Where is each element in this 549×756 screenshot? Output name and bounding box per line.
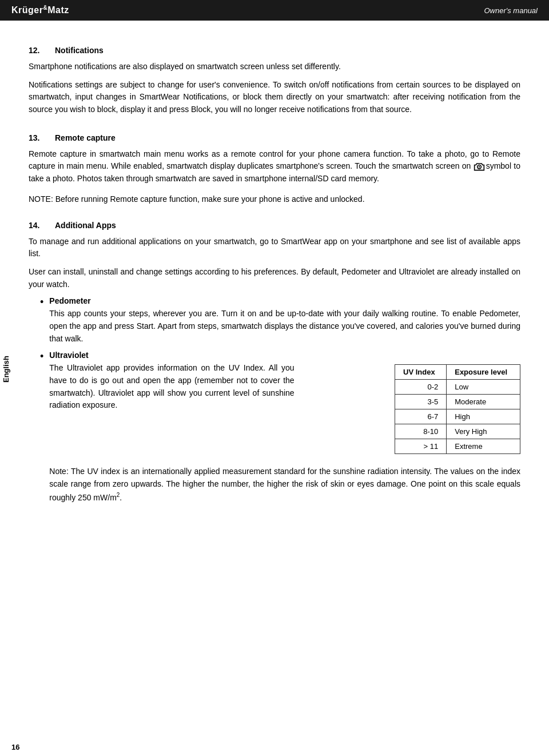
table-row: 0-2 Low	[395, 380, 520, 395]
section-12-title: Notifications	[55, 46, 104, 55]
bullet-pedometer-item: • Pedometer This app counts your steps, …	[40, 296, 520, 345]
section-14-title: Additional Apps	[55, 221, 116, 230]
uv-exp-3: High	[447, 409, 520, 424]
uv-note-wrapper: Note: The UV index is an internationally…	[49, 460, 520, 504]
ultraviolet-title: Ultraviolet	[49, 351, 520, 360]
manual-title: Owner's manual	[484, 6, 538, 15]
uv-section: UV Index Exposure level 0-2 Low	[49, 362, 520, 510]
pedometer-content: This app counts your steps, wherever you…	[49, 308, 520, 345]
page-footer: 16	[0, 738, 549, 756]
bullet-dot-pedometer: •	[40, 296, 43, 309]
table-row: > 11 Extreme	[395, 439, 520, 454]
section-13-note: NOTE: Before running Remote capture func…	[29, 193, 520, 206]
brand-logo: Krüger&Matz	[11, 5, 69, 15]
superscript-2: 2	[117, 492, 120, 498]
section-12-para-2: Notifications settings are subject to ch…	[29, 79, 520, 116]
uv-table-wrapper: UV Index Exposure level 0-2 Low	[395, 364, 520, 454]
table-row: 3-5 Moderate	[395, 395, 520, 409]
uv-val-5: > 11	[395, 439, 447, 454]
section-13-para-1: Remote capture in smartwatch main menu w…	[29, 148, 520, 185]
uv-exp-2: Moderate	[447, 395, 520, 409]
uv-val-1: 0-2	[395, 380, 447, 395]
section-14-intro-1: To manage and run additional application…	[29, 236, 520, 260]
section-12-number: 12.	[29, 46, 46, 55]
ultraviolet-left-text: The Ultraviolet app provides information…	[49, 362, 294, 417]
page-header: Krüger&Matz Owner's manual	[0, 0, 549, 21]
uv-note: Note: The UV index is an internationally…	[49, 465, 520, 504]
section-13-heading: 13. Remote capture	[29, 133, 520, 142]
section-14-number: 14.	[29, 221, 46, 230]
section-14-intro-2: User can install, uninstall and change s…	[29, 266, 520, 291]
table-row: 6-7 High	[395, 409, 520, 424]
page-number: 16	[11, 743, 19, 751]
uv-col-exposure: Exposure level	[447, 365, 520, 380]
bullet-ultraviolet: • Ultraviolet UV Index Exposure level	[40, 351, 520, 510]
uv-val-4: 8-10	[395, 424, 447, 439]
table-row: 8-10 Very High	[395, 424, 520, 439]
main-content: 12. Notifications Smartphone notificatio…	[0, 21, 549, 532]
section-13-title: Remote capture	[55, 133, 116, 142]
uv-exp-5: Extreme	[447, 439, 520, 454]
bullet-pedometer: • Pedometer This app counts your steps, …	[40, 296, 520, 345]
svg-point-1	[478, 166, 480, 168]
pedometer-title: Pedometer	[49, 296, 520, 305]
uv-table: UV Index Exposure level 0-2 Low	[395, 364, 520, 454]
section-14-heading: 14. Additional Apps	[29, 221, 520, 230]
bullet-ultraviolet-item: • Ultraviolet UV Index Exposure level	[40, 351, 520, 510]
uv-val-3: 6-7	[395, 409, 447, 424]
camera-icon	[474, 161, 485, 172]
section-12-para-1: Smartphone notifications are also displa…	[29, 61, 520, 73]
uv-exp-1: Low	[447, 380, 520, 395]
uv-col-index: UV Index	[395, 365, 447, 380]
uv-val-2: 3-5	[395, 395, 447, 409]
brand-ampersand: &	[43, 5, 47, 11]
uv-para-1: The Ultraviolet app provides information…	[49, 362, 294, 412]
section-12-heading: 12. Notifications	[29, 46, 520, 55]
bullet-dot-ultraviolet: •	[40, 351, 43, 363]
uv-exp-4: Very High	[447, 424, 520, 439]
section-13-number: 13.	[29, 133, 46, 142]
